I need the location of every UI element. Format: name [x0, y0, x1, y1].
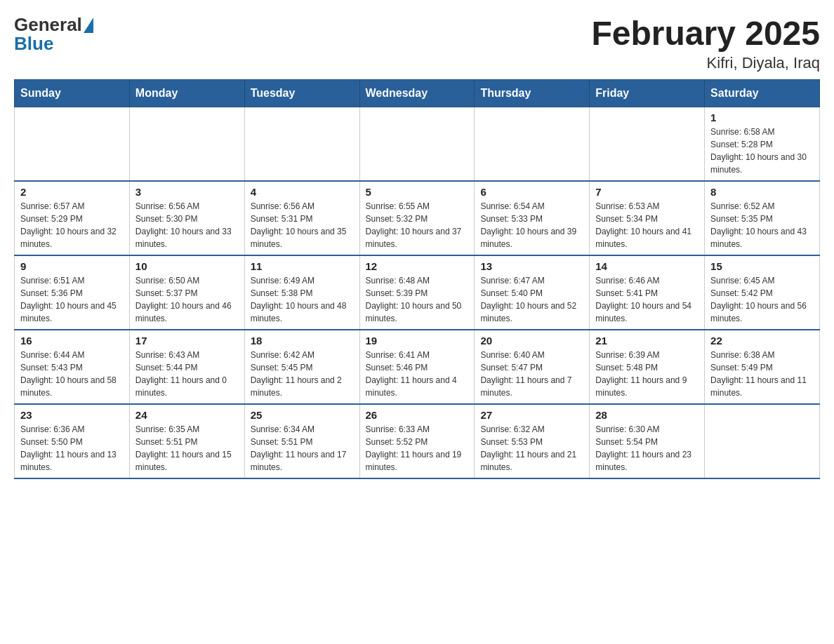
- day-info: Sunrise: 6:34 AMSunset: 5:51 PMDaylight:…: [251, 423, 354, 474]
- day-info: Sunrise: 6:45 AMSunset: 5:42 PMDaylight:…: [710, 274, 814, 325]
- table-row: 10Sunrise: 6:50 AMSunset: 5:37 PMDayligh…: [129, 255, 244, 330]
- table-row: 23Sunrise: 6:36 AMSunset: 5:50 PMDayligh…: [15, 404, 130, 478]
- day-number: 13: [480, 260, 583, 272]
- day-info: Sunrise: 6:55 AMSunset: 5:32 PMDaylight:…: [366, 200, 469, 250]
- calendar-row: 23Sunrise: 6:36 AMSunset: 5:50 PMDayligh…: [15, 404, 820, 478]
- day-info: Sunrise: 6:40 AMSunset: 5:47 PMDaylight:…: [480, 349, 583, 399]
- day-number: 23: [20, 409, 124, 421]
- day-number: 3: [135, 186, 239, 198]
- day-info: Sunrise: 6:47 AMSunset: 5:40 PMDaylight:…: [480, 274, 583, 325]
- day-number: 19: [366, 335, 469, 347]
- logo: General Blue: [14, 14, 93, 55]
- header-sunday: Sunday: [15, 80, 130, 107]
- day-info: Sunrise: 6:53 AMSunset: 5:34 PMDaylight:…: [595, 200, 699, 250]
- day-number: 15: [710, 260, 814, 272]
- table-row: 9Sunrise: 6:51 AMSunset: 5:36 PMDaylight…: [15, 255, 130, 330]
- day-info: Sunrise: 6:54 AMSunset: 5:33 PMDaylight:…: [480, 200, 583, 250]
- day-number: 18: [251, 335, 354, 347]
- table-row: 2Sunrise: 6:57 AMSunset: 5:29 PMDaylight…: [15, 181, 130, 255]
- table-row: 19Sunrise: 6:41 AMSunset: 5:46 PMDayligh…: [359, 330, 475, 404]
- table-row: 25Sunrise: 6:34 AMSunset: 5:51 PMDayligh…: [244, 404, 359, 478]
- table-row: [129, 107, 244, 182]
- header-saturday: Saturday: [705, 80, 820, 107]
- day-number: 24: [135, 409, 239, 421]
- day-info: Sunrise: 6:44 AMSunset: 5:43 PMDaylight:…: [20, 349, 124, 399]
- calendar-table: Sunday Monday Tuesday Wednesday Thursday…: [14, 79, 820, 479]
- table-row: 17Sunrise: 6:43 AMSunset: 5:44 PMDayligh…: [129, 330, 244, 404]
- table-row: 14Sunrise: 6:46 AMSunset: 5:41 PMDayligh…: [590, 255, 705, 330]
- header-friday: Friday: [590, 80, 705, 107]
- table-row: 24Sunrise: 6:35 AMSunset: 5:51 PMDayligh…: [129, 404, 244, 478]
- table-row: [475, 107, 590, 182]
- day-number: 8: [710, 186, 814, 198]
- table-row: 4Sunrise: 6:56 AMSunset: 5:31 PMDaylight…: [244, 181, 359, 255]
- table-row: [244, 107, 359, 182]
- calendar-header-row: Sunday Monday Tuesday Wednesday Thursday…: [15, 80, 820, 107]
- day-info: Sunrise: 6:58 AMSunset: 5:28 PMDaylight:…: [710, 126, 814, 176]
- day-info: Sunrise: 6:57 AMSunset: 5:29 PMDaylight:…: [20, 200, 124, 250]
- table-row: 16Sunrise: 6:44 AMSunset: 5:43 PMDayligh…: [15, 330, 130, 404]
- day-number: 28: [595, 409, 699, 421]
- page-subtitle: Kifri, Diyala, Iraq: [591, 54, 820, 72]
- day-info: Sunrise: 6:35 AMSunset: 5:51 PMDaylight:…: [135, 423, 239, 474]
- table-row: 6Sunrise: 6:54 AMSunset: 5:33 PMDaylight…: [475, 181, 590, 255]
- day-number: 21: [595, 335, 699, 347]
- day-info: Sunrise: 6:36 AMSunset: 5:50 PMDaylight:…: [20, 423, 124, 474]
- table-row: [590, 107, 705, 182]
- day-info: Sunrise: 6:52 AMSunset: 5:35 PMDaylight:…: [710, 200, 814, 250]
- day-info: Sunrise: 6:39 AMSunset: 5:48 PMDaylight:…: [595, 349, 699, 399]
- table-row: 27Sunrise: 6:32 AMSunset: 5:53 PMDayligh…: [475, 404, 590, 478]
- table-row: 5Sunrise: 6:55 AMSunset: 5:32 PMDaylight…: [359, 181, 475, 255]
- day-number: 16: [20, 335, 124, 347]
- logo-blue-text: Blue: [14, 33, 93, 55]
- day-number: 9: [20, 260, 124, 272]
- table-row: 20Sunrise: 6:40 AMSunset: 5:47 PMDayligh…: [475, 330, 590, 404]
- table-row: 1Sunrise: 6:58 AMSunset: 5:28 PMDaylight…: [705, 107, 820, 182]
- day-number: 5: [366, 186, 469, 198]
- day-number: 10: [135, 260, 239, 272]
- table-row: 22Sunrise: 6:38 AMSunset: 5:49 PMDayligh…: [705, 330, 820, 404]
- day-number: 22: [710, 335, 814, 347]
- table-row: 28Sunrise: 6:30 AMSunset: 5:54 PMDayligh…: [590, 404, 705, 478]
- day-number: 7: [595, 186, 699, 198]
- day-number: 17: [135, 335, 239, 347]
- day-info: Sunrise: 6:56 AMSunset: 5:30 PMDaylight:…: [135, 200, 239, 250]
- day-number: 2: [20, 186, 124, 198]
- table-row: 15Sunrise: 6:45 AMSunset: 5:42 PMDayligh…: [705, 255, 820, 330]
- day-info: Sunrise: 6:46 AMSunset: 5:41 PMDaylight:…: [595, 274, 699, 325]
- header-monday: Monday: [129, 80, 244, 107]
- day-info: Sunrise: 6:50 AMSunset: 5:37 PMDaylight:…: [135, 274, 239, 325]
- page-header: General Blue February 2025 Kifri, Diyala…: [14, 14, 820, 72]
- day-info: Sunrise: 6:42 AMSunset: 5:45 PMDaylight:…: [251, 349, 354, 399]
- day-number: 4: [251, 186, 354, 198]
- day-info: Sunrise: 6:30 AMSunset: 5:54 PMDaylight:…: [595, 423, 699, 474]
- table-row: [359, 107, 475, 182]
- day-number: 1: [710, 112, 814, 123]
- table-row: [705, 404, 820, 478]
- table-row: 18Sunrise: 6:42 AMSunset: 5:45 PMDayligh…: [244, 330, 359, 404]
- day-number: 25: [251, 409, 354, 421]
- calendar-row: 16Sunrise: 6:44 AMSunset: 5:43 PMDayligh…: [15, 330, 820, 404]
- table-row: [15, 107, 130, 182]
- table-row: 11Sunrise: 6:49 AMSunset: 5:38 PMDayligh…: [244, 255, 359, 330]
- day-number: 6: [480, 186, 583, 198]
- logo-triangle-icon: [84, 18, 93, 33]
- calendar-row: 1Sunrise: 6:58 AMSunset: 5:28 PMDaylight…: [15, 107, 820, 182]
- day-info: Sunrise: 6:48 AMSunset: 5:39 PMDaylight:…: [366, 274, 469, 325]
- day-info: Sunrise: 6:32 AMSunset: 5:53 PMDaylight:…: [480, 423, 583, 474]
- day-number: 26: [366, 409, 469, 421]
- day-info: Sunrise: 6:49 AMSunset: 5:38 PMDaylight:…: [251, 274, 354, 325]
- header-thursday: Thursday: [475, 80, 590, 107]
- day-info: Sunrise: 6:51 AMSunset: 5:36 PMDaylight:…: [20, 274, 124, 325]
- header-tuesday: Tuesday: [244, 80, 359, 107]
- day-number: 27: [480, 409, 583, 421]
- table-row: 3Sunrise: 6:56 AMSunset: 5:30 PMDaylight…: [129, 181, 244, 255]
- table-row: 13Sunrise: 6:47 AMSunset: 5:40 PMDayligh…: [475, 255, 590, 330]
- table-row: 21Sunrise: 6:39 AMSunset: 5:48 PMDayligh…: [590, 330, 705, 404]
- day-info: Sunrise: 6:38 AMSunset: 5:49 PMDaylight:…: [710, 349, 814, 399]
- day-number: 12: [366, 260, 469, 272]
- day-info: Sunrise: 6:41 AMSunset: 5:46 PMDaylight:…: [366, 349, 469, 399]
- table-row: 12Sunrise: 6:48 AMSunset: 5:39 PMDayligh…: [359, 255, 475, 330]
- day-info: Sunrise: 6:43 AMSunset: 5:44 PMDaylight:…: [135, 349, 239, 399]
- table-row: 8Sunrise: 6:52 AMSunset: 5:35 PMDaylight…: [705, 181, 820, 255]
